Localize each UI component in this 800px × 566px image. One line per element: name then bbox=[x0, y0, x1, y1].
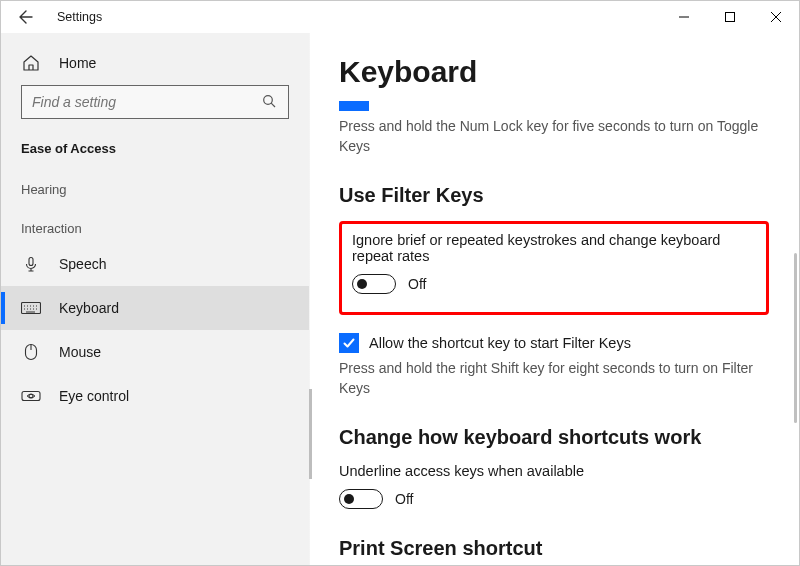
search-container bbox=[1, 85, 309, 129]
window-title: Settings bbox=[49, 10, 102, 24]
sidebar-item-eye-control[interactable]: Eye control bbox=[1, 374, 309, 418]
mouse-icon bbox=[21, 342, 41, 362]
partial-previous-toggle bbox=[339, 103, 769, 111]
arrow-left-icon bbox=[17, 9, 33, 25]
filter-keys-toggle-state: Off bbox=[408, 276, 426, 292]
annotation-highlight: Ignore brief or repeated keystrokes and … bbox=[339, 221, 769, 315]
filter-keys-shortcut-row: Allow the shortcut key to start Filter K… bbox=[339, 333, 769, 353]
toggle-knob bbox=[357, 279, 367, 289]
content-pane: Keyboard Press and hold the Num Lock key… bbox=[309, 33, 799, 565]
sidebar-item-label: Speech bbox=[59, 256, 106, 272]
filter-keys-shortcut-label: Allow the shortcut key to start Filter K… bbox=[369, 335, 631, 351]
minimize-button[interactable] bbox=[661, 1, 707, 33]
search-input-wrap[interactable] bbox=[21, 85, 289, 119]
toggle-on-fragment bbox=[339, 101, 369, 111]
filter-keys-toggle[interactable] bbox=[352, 274, 396, 294]
search-icon bbox=[262, 94, 278, 110]
filter-keys-shortcut-checkbox[interactable] bbox=[339, 333, 359, 353]
underline-access-block: Underline access keys when available Off bbox=[339, 463, 769, 509]
filter-keys-heading: Use Filter Keys bbox=[339, 184, 769, 207]
page-title: Keyboard bbox=[339, 55, 769, 89]
underline-access-toggle-row: Off bbox=[339, 489, 769, 509]
toggle-knob bbox=[344, 494, 354, 504]
sidebar-item-label: Home bbox=[59, 55, 96, 71]
svg-point-1 bbox=[264, 96, 273, 105]
settings-window: Settings Home bbox=[0, 0, 800, 566]
filter-keys-toggle-row: Off bbox=[352, 274, 756, 294]
sidebar-group-title: Ease of Access bbox=[1, 129, 309, 164]
underline-access-toggle-state: Off bbox=[395, 491, 413, 507]
filter-keys-shortcut-desc: Press and hold the right Shift key for e… bbox=[339, 359, 759, 398]
sidebar-item-home[interactable]: Home bbox=[1, 41, 309, 85]
back-button[interactable] bbox=[1, 1, 49, 33]
microphone-icon bbox=[21, 254, 41, 274]
svg-rect-0 bbox=[726, 13, 735, 22]
search-input[interactable] bbox=[32, 94, 262, 110]
minimize-icon bbox=[679, 12, 689, 22]
sidebar-item-label: Mouse bbox=[59, 344, 101, 360]
svg-rect-5 bbox=[22, 392, 40, 401]
shortcuts-heading: Change how keyboard shortcuts work bbox=[339, 426, 769, 449]
svg-rect-2 bbox=[29, 258, 33, 266]
sidebar-item-keyboard[interactable]: Keyboard bbox=[1, 286, 309, 330]
sidebar: Home Ease of Access Hearing Interaction … bbox=[1, 33, 309, 565]
sidebar-item-mouse[interactable]: Mouse bbox=[1, 330, 309, 374]
scrollbar-thumb[interactable] bbox=[794, 253, 797, 423]
sidebar-item-label: Keyboard bbox=[59, 300, 119, 316]
home-icon bbox=[21, 53, 41, 73]
sidebar-subgroup-interaction: Interaction bbox=[1, 203, 309, 242]
close-button[interactable] bbox=[753, 1, 799, 33]
left-scroll-indicator bbox=[309, 389, 312, 479]
eye-icon bbox=[21, 386, 41, 406]
underline-access-toggle[interactable] bbox=[339, 489, 383, 509]
underline-access-label: Underline access keys when available bbox=[339, 463, 769, 479]
maximize-icon bbox=[725, 12, 735, 22]
close-icon bbox=[771, 12, 781, 22]
body: Home Ease of Access Hearing Interaction … bbox=[1, 33, 799, 565]
sidebar-item-speech[interactable]: Speech bbox=[1, 242, 309, 286]
filter-keys-label: Ignore brief or repeated keystrokes and … bbox=[352, 232, 756, 264]
checkmark-icon bbox=[342, 336, 356, 350]
toggle-keys-description: Press and hold the Num Lock key for five… bbox=[339, 117, 759, 156]
titlebar: Settings bbox=[1, 1, 799, 33]
print-screen-heading: Print Screen shortcut bbox=[339, 537, 769, 560]
sidebar-subgroup-hearing: Hearing bbox=[1, 164, 309, 203]
sidebar-item-label: Eye control bbox=[59, 388, 129, 404]
keyboard-icon bbox=[21, 298, 41, 318]
maximize-button[interactable] bbox=[707, 1, 753, 33]
